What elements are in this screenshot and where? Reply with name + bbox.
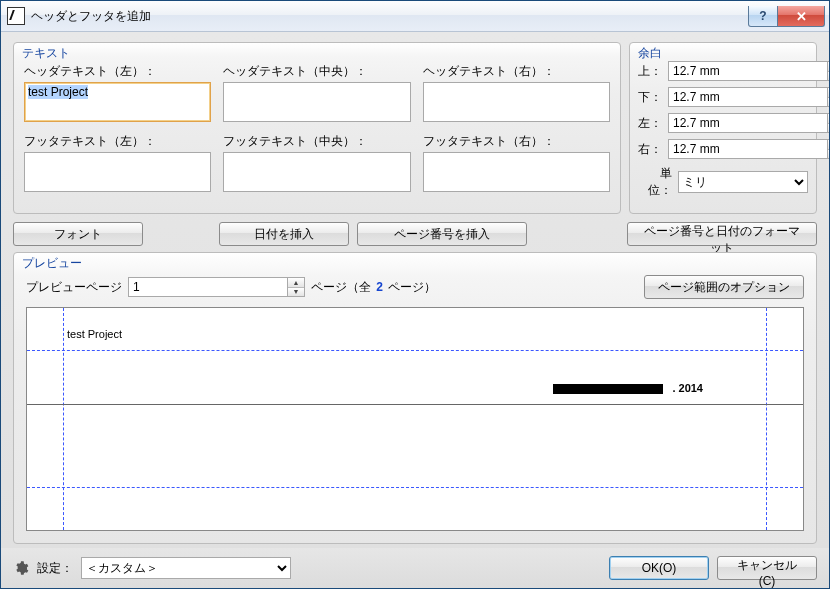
margin-right-label: 右： bbox=[638, 141, 662, 158]
margin-bottom-input[interactable] bbox=[668, 87, 827, 107]
preview-year-text: . 2014 bbox=[672, 382, 703, 394]
spin-up-icon[interactable]: ▲ bbox=[828, 62, 829, 72]
header-right-input[interactable] bbox=[423, 82, 610, 122]
footer-left-cell: フッタテキスト（左）： bbox=[24, 133, 211, 195]
settings-label: 設定： bbox=[37, 560, 73, 577]
header-left-input[interactable] bbox=[24, 82, 211, 122]
titlebar: ヘッダとフッタを追加 ? ✕ bbox=[1, 1, 829, 32]
preview-header-left-text: test Project bbox=[67, 328, 122, 340]
format-button[interactable]: ページ番号と日付のフォーマット bbox=[627, 222, 817, 246]
header-center-label: ヘッダテキスト（中央）： bbox=[223, 63, 410, 80]
margin-left-input[interactable] bbox=[668, 113, 827, 133]
margin-top-input[interactable] bbox=[668, 61, 827, 81]
insert-page-number-button[interactable]: ページ番号を挿入 bbox=[357, 222, 527, 246]
header-right-cell: ヘッダテキスト（右）： bbox=[423, 63, 610, 125]
settings-select[interactable]: ＜カスタム＞ bbox=[81, 557, 291, 579]
header-right-label: ヘッダテキスト（右）： bbox=[423, 63, 610, 80]
margin-bottom-spinner[interactable]: ▲▼ bbox=[668, 87, 829, 107]
guide-right bbox=[766, 308, 767, 530]
footer-left-label: フッタテキスト（左）： bbox=[24, 133, 211, 150]
spin-down-icon[interactable]: ▼ bbox=[828, 98, 829, 107]
margin-group: 余白 上： ▲▼ 下： ▲▼ 左： bbox=[629, 42, 817, 214]
preview-page-spinner[interactable]: ▲▼ bbox=[128, 277, 305, 297]
preview-page-count: ページ（全 2 ページ） bbox=[311, 279, 436, 296]
help-button[interactable]: ? bbox=[748, 6, 778, 27]
dialog-footer: 設定： ＜カスタム＞ OK(O) キャンセル(C) bbox=[1, 548, 829, 588]
margin-top-spinner[interactable]: ▲▼ bbox=[668, 61, 829, 81]
margin-right-spinner[interactable]: ▲▼ bbox=[668, 139, 829, 159]
preview-legend: プレビュー bbox=[22, 255, 82, 272]
header-left-cell: ヘッダテキスト（左）： bbox=[24, 63, 211, 125]
dialog-window: ヘッダとフッタを追加 ? ✕ テキスト ヘッダテキスト（左）： ヘッダテキスト（… bbox=[0, 0, 830, 589]
footer-right-cell: フッタテキスト（右）： bbox=[423, 133, 610, 195]
footer-right-label: フッタテキスト（右）： bbox=[423, 133, 610, 150]
footer-center-cell: フッタテキスト（中央）： bbox=[223, 133, 410, 195]
margin-unit-select[interactable]: ミリ bbox=[678, 171, 808, 193]
spin-up-icon[interactable]: ▲ bbox=[828, 88, 829, 98]
page-rule bbox=[27, 404, 803, 405]
margin-bottom-label: 下： bbox=[638, 89, 662, 106]
margin-group-legend: 余白 bbox=[638, 45, 662, 62]
spin-up-icon[interactable]: ▲ bbox=[828, 140, 829, 150]
header-center-input[interactable] bbox=[223, 82, 410, 122]
page-range-options-button[interactable]: ページ範囲のオプション bbox=[644, 275, 804, 299]
spin-up-icon[interactable]: ▲ bbox=[288, 278, 304, 288]
guide-footer bbox=[27, 487, 803, 488]
window-title: ヘッダとフッタを追加 bbox=[31, 8, 748, 25]
header-center-cell: ヘッダテキスト（中央）： bbox=[223, 63, 410, 125]
footer-center-label: フッタテキスト（中央）： bbox=[223, 133, 410, 150]
footer-right-input[interactable] bbox=[423, 152, 610, 192]
help-icon: ? bbox=[759, 9, 766, 23]
close-icon: ✕ bbox=[796, 9, 807, 24]
margin-left-label: 左： bbox=[638, 115, 662, 132]
preview-canvas: test Project . 2014 bbox=[26, 307, 804, 531]
font-button[interactable]: フォント bbox=[13, 222, 143, 246]
redacted-bar bbox=[553, 384, 663, 394]
text-group-legend: テキスト bbox=[22, 45, 70, 62]
guide-header bbox=[27, 350, 803, 351]
preview-page-input[interactable] bbox=[128, 277, 287, 297]
header-left-label: ヘッダテキスト（左）： bbox=[24, 63, 211, 80]
spin-up-icon[interactable]: ▲ bbox=[828, 114, 829, 124]
preview-page-label: プレビューページ bbox=[26, 279, 122, 296]
margin-top-label: 上： bbox=[638, 63, 662, 80]
spin-down-icon[interactable]: ▼ bbox=[828, 150, 829, 159]
margin-left-spinner[interactable]: ▲▼ bbox=[668, 113, 829, 133]
close-button[interactable]: ✕ bbox=[777, 6, 825, 27]
text-group: テキスト ヘッダテキスト（左）： ヘッダテキスト（中央）： ヘッダテキスト（右）… bbox=[13, 42, 621, 214]
guide-left bbox=[63, 308, 64, 530]
insert-date-button[interactable]: 日付を挿入 bbox=[219, 222, 349, 246]
footer-left-input[interactable] bbox=[24, 152, 211, 192]
spin-down-icon[interactable]: ▼ bbox=[828, 72, 829, 81]
action-button-row: フォント 日付を挿入 ページ番号を挿入 ページ番号と日付のフォーマット bbox=[13, 222, 817, 246]
ok-button[interactable]: OK(O) bbox=[609, 556, 709, 580]
footer-center-input[interactable] bbox=[223, 152, 410, 192]
preview-group: プレビュー プレビューページ ▲▼ ページ（全 2 ページ） ページ範囲のオプシ… bbox=[13, 252, 817, 544]
margin-unit-label: 単位： bbox=[638, 165, 672, 199]
spin-down-icon[interactable]: ▼ bbox=[288, 288, 304, 297]
margin-right-input[interactable] bbox=[668, 139, 827, 159]
spin-down-icon[interactable]: ▼ bbox=[828, 124, 829, 133]
gear-icon bbox=[13, 560, 29, 576]
app-icon bbox=[7, 7, 25, 25]
cancel-button[interactable]: キャンセル(C) bbox=[717, 556, 817, 580]
